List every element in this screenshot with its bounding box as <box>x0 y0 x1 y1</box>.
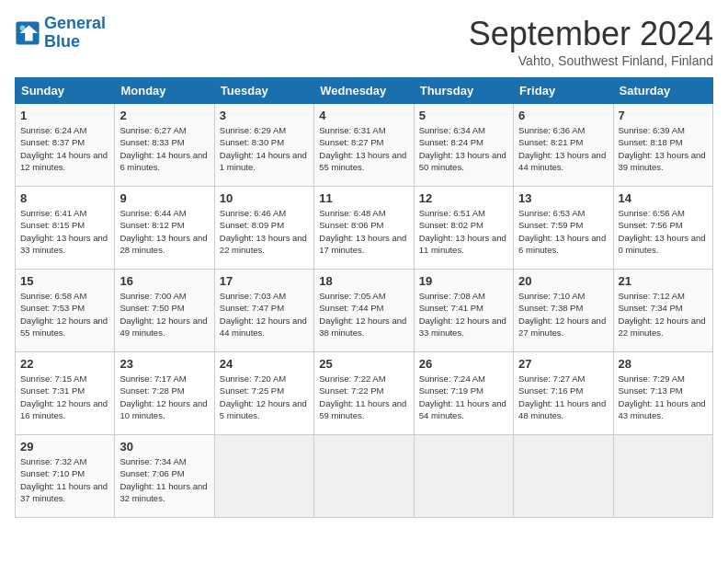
calendar-day-cell: 14Sunrise: 6:56 AM Sunset: 7:56 PM Dayli… <box>613 187 712 270</box>
calendar-day-cell: 3Sunrise: 6:29 AM Sunset: 8:30 PM Daylig… <box>214 104 313 187</box>
day-number: 26 <box>419 357 508 371</box>
day-number: 27 <box>518 357 608 371</box>
calendar-day-cell: 8Sunrise: 6:41 AM Sunset: 8:15 PM Daylig… <box>16 187 115 270</box>
day-number: 18 <box>319 274 408 288</box>
day-number: 11 <box>319 191 408 205</box>
calendar-day-cell: 9Sunrise: 6:44 AM Sunset: 8:12 PM Daylig… <box>115 187 214 270</box>
day-number: 15 <box>20 274 109 288</box>
calendar-day-cell <box>613 435 712 518</box>
calendar-day-cell: 1Sunrise: 6:24 AM Sunset: 8:37 PM Daylig… <box>16 104 115 187</box>
calendar-day-cell: 20Sunrise: 7:10 AM Sunset: 7:38 PM Dayli… <box>514 270 613 352</box>
day-info: Sunrise: 6:34 AM Sunset: 8:24 PM Dayligh… <box>419 124 508 173</box>
day-number: 28 <box>619 357 708 371</box>
day-info: Sunrise: 7:05 AM Sunset: 7:44 PM Dayligh… <box>319 290 408 339</box>
day-info: Sunrise: 6:48 AM Sunset: 8:06 PM Dayligh… <box>319 207 408 256</box>
calendar-day-cell <box>514 435 613 518</box>
day-number: 2 <box>119 109 209 122</box>
calendar-day-cell: 11Sunrise: 6:48 AM Sunset: 8:06 PM Dayli… <box>314 187 414 270</box>
weekday-header: Sunday <box>16 78 115 104</box>
calendar-day-cell: 10Sunrise: 6:46 AM Sunset: 8:09 PM Dayli… <box>214 187 313 270</box>
day-info: Sunrise: 7:32 AM Sunset: 7:10 PM Dayligh… <box>20 455 109 504</box>
day-number: 13 <box>518 191 608 205</box>
day-info: Sunrise: 7:20 AM Sunset: 7:25 PM Dayligh… <box>220 373 309 421</box>
day-info: Sunrise: 7:03 AM Sunset: 7:47 PM Dayligh… <box>220 290 309 339</box>
calendar-day-cell: 29Sunrise: 7:32 AM Sunset: 7:10 PM Dayli… <box>16 435 115 518</box>
day-number: 6 <box>518 109 608 122</box>
day-info: Sunrise: 7:29 AM Sunset: 7:13 PM Dayligh… <box>619 373 708 421</box>
day-info: Sunrise: 6:53 AM Sunset: 7:59 PM Dayligh… <box>518 207 608 256</box>
calendar-day-cell: 17Sunrise: 7:03 AM Sunset: 7:47 PM Dayli… <box>214 270 313 352</box>
day-info: Sunrise: 6:36 AM Sunset: 8:21 PM Dayligh… <box>518 124 608 173</box>
header-row: SundayMondayTuesdayWednesdayThursdayFrid… <box>16 78 713 104</box>
day-info: Sunrise: 6:41 AM Sunset: 8:15 PM Dayligh… <box>20 207 109 256</box>
day-info: Sunrise: 6:29 AM Sunset: 8:30 PM Dayligh… <box>220 124 309 173</box>
logo-line2: Blue <box>44 32 80 51</box>
calendar-week-row: 15Sunrise: 6:58 AM Sunset: 7:53 PM Dayli… <box>16 270 713 352</box>
day-number: 9 <box>119 191 209 205</box>
day-number: 16 <box>119 274 209 288</box>
day-number: 21 <box>619 274 708 288</box>
day-number: 1 <box>20 109 109 122</box>
subtitle: Vahto, Southwest Finland, Finland <box>469 53 713 68</box>
day-info: Sunrise: 6:39 AM Sunset: 8:18 PM Dayligh… <box>619 124 708 173</box>
calendar-day-cell: 6Sunrise: 6:36 AM Sunset: 8:21 PM Daylig… <box>514 104 613 187</box>
calendar-day-cell: 23Sunrise: 7:17 AM Sunset: 7:28 PM Dayli… <box>115 352 214 435</box>
day-number: 17 <box>220 274 309 288</box>
day-info: Sunrise: 7:10 AM Sunset: 7:38 PM Dayligh… <box>518 290 608 339</box>
day-number: 23 <box>119 357 209 371</box>
calendar-week-row: 22Sunrise: 7:15 AM Sunset: 7:31 PM Dayli… <box>16 352 713 435</box>
day-number: 4 <box>319 109 408 122</box>
day-number: 24 <box>220 357 309 371</box>
calendar-day-cell: 21Sunrise: 7:12 AM Sunset: 7:34 PM Dayli… <box>613 270 712 352</box>
day-info: Sunrise: 6:44 AM Sunset: 8:12 PM Dayligh… <box>119 207 209 256</box>
logo: General Blue <box>15 15 106 52</box>
calendar-day-cell: 15Sunrise: 6:58 AM Sunset: 7:53 PM Dayli… <box>16 270 115 352</box>
day-info: Sunrise: 6:51 AM Sunset: 8:02 PM Dayligh… <box>419 207 508 256</box>
day-info: Sunrise: 7:34 AM Sunset: 7:06 PM Dayligh… <box>119 455 209 504</box>
day-number: 20 <box>518 274 608 288</box>
day-info: Sunrise: 7:24 AM Sunset: 7:19 PM Dayligh… <box>419 373 508 421</box>
calendar-day-cell <box>314 435 414 518</box>
month-title: September 2024 <box>469 15 713 53</box>
day-number: 29 <box>20 440 109 454</box>
day-number: 22 <box>20 357 109 371</box>
calendar-day-cell: 27Sunrise: 7:27 AM Sunset: 7:16 PM Dayli… <box>514 352 613 435</box>
calendar-day-cell: 2Sunrise: 6:27 AM Sunset: 8:33 PM Daylig… <box>115 104 214 187</box>
day-info: Sunrise: 6:56 AM Sunset: 7:56 PM Dayligh… <box>619 207 708 256</box>
day-info: Sunrise: 6:58 AM Sunset: 7:53 PM Dayligh… <box>20 290 109 339</box>
calendar-day-cell: 19Sunrise: 7:08 AM Sunset: 7:41 PM Dayli… <box>414 270 513 352</box>
day-number: 3 <box>220 109 309 122</box>
day-number: 7 <box>619 109 708 122</box>
calendar-week-row: 8Sunrise: 6:41 AM Sunset: 8:15 PM Daylig… <box>16 187 713 270</box>
day-number: 10 <box>220 191 309 205</box>
day-info: Sunrise: 6:31 AM Sunset: 8:27 PM Dayligh… <box>319 124 408 173</box>
calendar-day-cell <box>214 435 313 518</box>
calendar-day-cell: 16Sunrise: 7:00 AM Sunset: 7:50 PM Dayli… <box>115 270 214 352</box>
calendar-day-cell: 7Sunrise: 6:39 AM Sunset: 8:18 PM Daylig… <box>613 104 712 187</box>
day-number: 12 <box>419 191 508 205</box>
day-number: 30 <box>119 440 209 454</box>
day-info: Sunrise: 6:27 AM Sunset: 8:33 PM Dayligh… <box>119 124 209 173</box>
day-info: Sunrise: 6:46 AM Sunset: 8:09 PM Dayligh… <box>220 207 309 256</box>
calendar-day-cell: 26Sunrise: 7:24 AM Sunset: 7:19 PM Dayli… <box>414 352 513 435</box>
weekday-header: Wednesday <box>314 78 414 104</box>
weekday-header: Thursday <box>414 78 513 104</box>
calendar-day-cell: 28Sunrise: 7:29 AM Sunset: 7:13 PM Dayli… <box>613 352 712 435</box>
day-info: Sunrise: 7:12 AM Sunset: 7:34 PM Dayligh… <box>619 290 708 339</box>
title-block: September 2024 Vahto, Southwest Finland,… <box>469 15 713 68</box>
calendar-day-cell: 25Sunrise: 7:22 AM Sunset: 7:22 PM Dayli… <box>314 352 414 435</box>
calendar-week-row: 29Sunrise: 7:32 AM Sunset: 7:10 PM Dayli… <box>16 435 713 518</box>
day-info: Sunrise: 7:27 AM Sunset: 7:16 PM Dayligh… <box>518 373 608 421</box>
svg-point-2 <box>20 25 26 30</box>
day-info: Sunrise: 7:17 AM Sunset: 7:28 PM Dayligh… <box>119 373 209 421</box>
day-info: Sunrise: 7:08 AM Sunset: 7:41 PM Dayligh… <box>419 290 508 339</box>
logo-line1: General <box>44 14 106 32</box>
calendar-day-cell: 4Sunrise: 6:31 AM Sunset: 8:27 PM Daylig… <box>314 104 414 187</box>
calendar-day-cell: 13Sunrise: 6:53 AM Sunset: 7:59 PM Dayli… <box>514 187 613 270</box>
weekday-header: Monday <box>115 78 214 104</box>
day-number: 5 <box>419 109 508 122</box>
calendar-day-cell <box>414 435 513 518</box>
weekday-header: Saturday <box>613 78 712 104</box>
day-number: 8 <box>20 191 109 205</box>
calendar-table: SundayMondayTuesdayWednesdayThursdayFrid… <box>15 77 713 518</box>
